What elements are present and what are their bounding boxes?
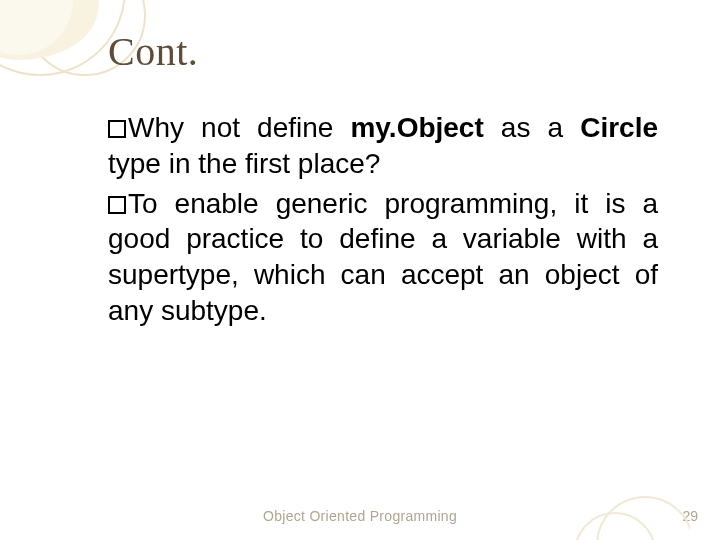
slide: Cont. Why not define my.Object as a Circ… bbox=[0, 0, 720, 540]
text-fragment: type in the first place? bbox=[108, 148, 380, 179]
page-number: 29 bbox=[682, 508, 698, 524]
footer-text: Object Oriented Programming bbox=[0, 508, 720, 524]
text-fragment: To enable generic programming, it is a g… bbox=[108, 188, 658, 326]
bullet-2: To enable generic programming, it is a g… bbox=[108, 186, 658, 329]
checkbox-bullet-icon bbox=[108, 196, 126, 214]
svg-point-2 bbox=[0, 0, 73, 55]
text-fragment: Why not define bbox=[128, 112, 350, 143]
slide-title: Cont. bbox=[108, 28, 198, 75]
svg-point-0 bbox=[0, 0, 125, 75]
checkbox-bullet-icon bbox=[108, 120, 126, 138]
bullet-1: Why not define my.Object as a Circle typ… bbox=[108, 110, 658, 182]
term-circle: Circle bbox=[580, 112, 658, 143]
text-fragment: as a bbox=[484, 112, 580, 143]
term-myobject: my.Object bbox=[350, 112, 483, 143]
slide-body: Why not define my.Object as a Circle typ… bbox=[108, 110, 658, 333]
